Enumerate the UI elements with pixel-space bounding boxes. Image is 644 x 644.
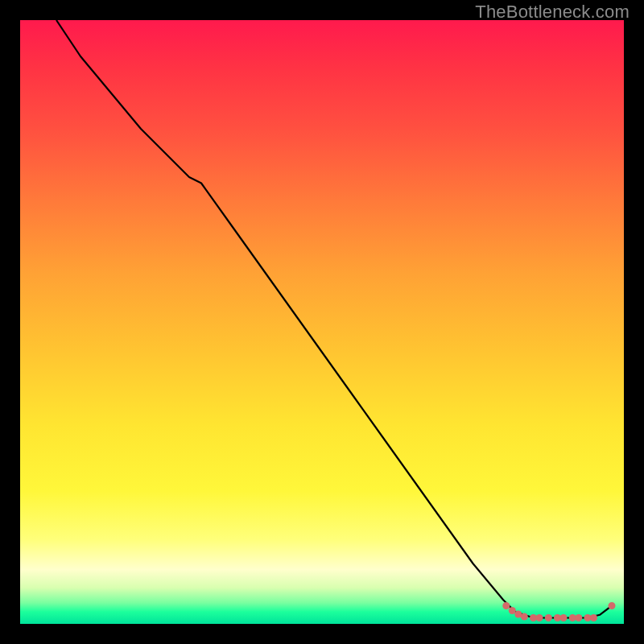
chart-frame: TheBottleneck.com xyxy=(0,0,644,644)
data-marker xyxy=(560,614,568,621)
data-marker xyxy=(590,614,597,621)
chart-svg xyxy=(20,20,624,624)
data-marker xyxy=(609,602,616,609)
watermark-text: TheBottleneck.com xyxy=(475,2,630,23)
data-marker xyxy=(502,602,510,609)
marker-group xyxy=(502,602,615,621)
data-marker xyxy=(536,614,543,621)
data-marker xyxy=(509,607,516,614)
data-marker xyxy=(545,614,552,621)
curve-line xyxy=(56,20,612,618)
data-marker xyxy=(521,613,528,621)
data-marker xyxy=(575,614,582,621)
